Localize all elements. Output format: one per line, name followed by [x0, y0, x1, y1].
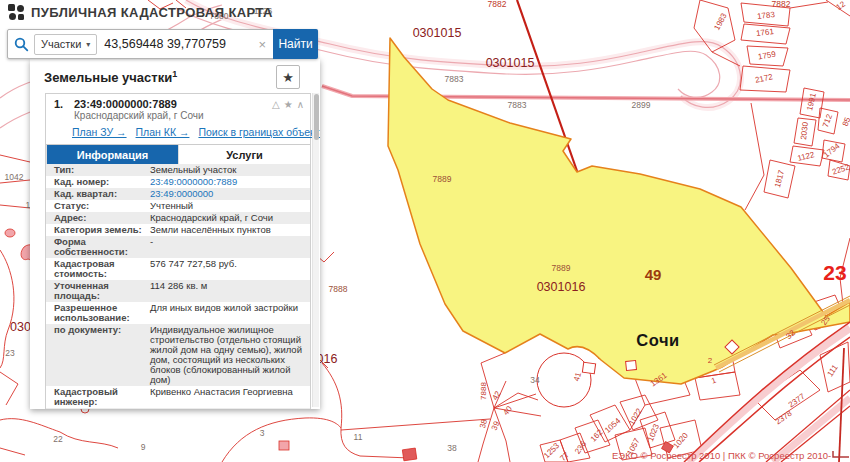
clear-search-icon[interactable]: × — [251, 37, 273, 52]
map-label: 1122 — [797, 151, 816, 163]
map-label: 0301016 — [537, 281, 586, 294]
row-value: 01.09.2016 — [148, 408, 310, 409]
map-label: 12 — [835, 0, 847, 12]
map-label: 2252 — [831, 163, 850, 176]
parcel-card: 1. 23:49:0000000:7889 △ ★ ∧ Краснодарски… — [45, 93, 311, 409]
map-label: 77 — [559, 451, 571, 462]
map-label: Сочи — [636, 332, 679, 349]
map-label: 23 — [5, 349, 14, 358]
table-row: Кадастровый инженер: Кривенко Анастасия … — [46, 386, 310, 408]
tab[interactable]: Услуги — [178, 145, 310, 164]
map-label: 7888 — [329, 285, 348, 294]
star-icon: ★ — [282, 70, 294, 85]
table-row: Разрешенное использование: Для иных видо… — [46, 302, 310, 324]
tab[interactable]: Информация — [46, 145, 178, 164]
parcel-info-table: Тип: Земельный участок Кад. номер: 23:49… — [46, 164, 310, 409]
map-label: 25 — [820, 315, 832, 327]
row-value: Краснодарский край, г Сочи — [148, 212, 310, 224]
row-value[interactable]: 23:49:0000000 — [148, 188, 310, 200]
results-title: Земельные участки1 — [44, 69, 177, 85]
map-label: 1042 — [5, 173, 24, 182]
results-panel: Земельные участки1 ★ 1. 23:49:0000000:78… — [30, 59, 320, 409]
table-row: Категория земель: Земли населённых пункт… — [46, 224, 310, 236]
map-label: 162 — [589, 428, 604, 443]
search-submit-button[interactable]: Найти — [273, 29, 318, 59]
favorites-button[interactable]: ★ — [276, 65, 300, 89]
table-row: Статус: Учтенный — [46, 200, 310, 212]
row-label: Категория земель: — [46, 224, 148, 236]
row-value: 576 747 727,58 руб. — [148, 258, 310, 280]
parcel-link[interactable]: План КК → — [136, 126, 190, 138]
table-row: Форма собственности: - — [46, 236, 310, 258]
table-row: Кадастровая стоимость: 576 747 727,58 ру… — [46, 258, 310, 280]
row-label: Статус: — [46, 200, 148, 212]
row-label: Кадастровый инженер: — [46, 386, 148, 408]
row-label: Дата постановки на учет: — [46, 408, 148, 409]
scrollbar-thumb[interactable] — [314, 94, 319, 140]
map-label: 2378 — [774, 410, 793, 427]
map-label: 1022 — [628, 407, 644, 426]
app-header: ПУБЛИЧНАЯ КАДАСТРОВАЯ КАРТА — [8, 4, 273, 21]
map-label: 7883 — [445, 75, 464, 84]
collapse-icon[interactable]: ∧ — [297, 99, 304, 110]
results-header: Земельные участки1 ★ — [30, 59, 320, 93]
star-icon[interactable]: ★ — [284, 99, 293, 110]
map-label: 1761 — [756, 28, 775, 38]
map-label: 38 — [479, 419, 489, 430]
parcel-link[interactable]: Поиск в границах объекта → — [198, 126, 320, 138]
map-label: 3 — [260, 429, 265, 438]
map-label: 7882 — [772, 0, 791, 8]
map-label: 49 — [645, 267, 662, 282]
map-label: 41 — [573, 372, 583, 383]
map-label: 712 — [822, 113, 834, 128]
map-label: 34 — [530, 376, 539, 385]
map-label: 1759 — [758, 51, 777, 62]
row-value[interactable]: 23:49:0000000:7889 — [148, 176, 310, 188]
table-row: по документу: Индивидуальное жилищное ст… — [46, 324, 310, 386]
row-label: Кад. номер: — [46, 176, 148, 188]
pkk-logo-icon — [8, 4, 25, 21]
row-value: Кривенко Анастасия Георгиевна — [148, 386, 310, 408]
map-label: 1794 — [823, 142, 842, 159]
map-label: 1983 — [713, 12, 728, 31]
map-label: 2377 — [787, 393, 806, 410]
map-label: 7883 — [508, 101, 527, 110]
warning-icon: △ — [272, 99, 280, 110]
row-label: Форма собственности: — [46, 236, 148, 258]
map-label: 1361 — [649, 372, 668, 389]
map-label: 7888 — [480, 382, 488, 400]
row-value: 114 286 кв. м — [148, 280, 310, 302]
map-label: 2172 — [754, 73, 773, 85]
map-label: 9 — [141, 443, 146, 452]
search-category-value: Участки — [41, 38, 81, 50]
map-label: 40 — [502, 405, 514, 417]
map-label: 22 — [53, 435, 62, 444]
map-label: 1991 — [806, 92, 818, 111]
map-label: 111 — [826, 364, 840, 379]
map-label: 0301015 — [413, 27, 462, 40]
map-label: 2 — [708, 357, 712, 365]
table-row: Адрес: Краснодарский край, г Сочи — [46, 212, 310, 224]
row-label: Адрес: — [46, 212, 148, 224]
parcel-tabs: ИнформацияУслуги — [46, 144, 310, 164]
parcel-location: Краснодарский край, г Сочи — [46, 110, 310, 123]
map-label: 1783 — [757, 11, 776, 21]
parcel-card-header[interactable]: 1. 23:49:0000000:7889 △ ★ ∧ — [46, 94, 310, 110]
search-category-dropdown[interactable]: Участки ▾ — [34, 34, 97, 55]
map-label: 1020 — [672, 432, 690, 451]
map-attribution: ЕЭКО © Росреестр 2010 | ПКК © Росреестр … — [612, 450, 850, 462]
map-label: 23 — [823, 262, 846, 283]
results-scrollbar[interactable] — [312, 93, 319, 407]
map-label: 0301015 — [486, 57, 535, 70]
row-label: Кадастровая стоимость: — [46, 258, 148, 280]
parcel-link[interactable]: План ЗУ → — [72, 126, 127, 138]
table-row: Уточненная площадь: 114 286 кв. м — [46, 280, 310, 302]
row-label: по документу: — [46, 324, 148, 386]
map-label: 1817 — [774, 169, 786, 188]
cadastral-map-app: 7880112678827882030101503010157883788328… — [0, 0, 850, 462]
search-input[interactable] — [102, 37, 251, 51]
row-value: Земельный участок — [148, 164, 310, 176]
results-count: 1 — [172, 69, 177, 79]
map-label: 38 — [447, 444, 456, 453]
map-label: 1023 — [647, 423, 661, 442]
